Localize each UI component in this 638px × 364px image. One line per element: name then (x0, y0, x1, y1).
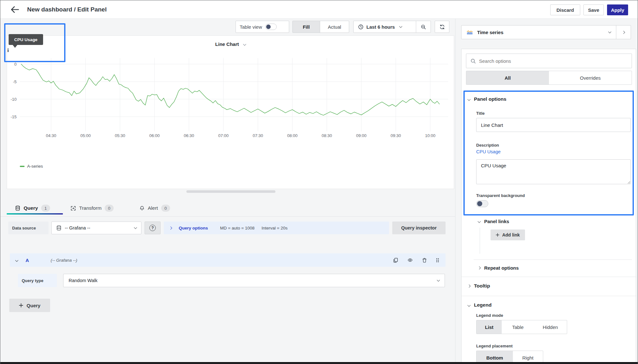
svg-text:10:00: 10:00 (425, 133, 436, 138)
svg-text:04:30: 04:30 (46, 133, 56, 138)
search-options-input[interactable] (479, 58, 627, 64)
repeat-options-heading[interactable]: Repeat options (478, 265, 519, 271)
svg-text:-5: -5 (13, 79, 17, 84)
query-options-label: Query options (179, 226, 208, 230)
max-data-points-text: MD = auto = 1008 (220, 226, 255, 230)
panel-links-heading[interactable]: Panel links (478, 219, 509, 224)
discard-button[interactable]: Discard (550, 4, 580, 15)
legend-mode-list[interactable]: List (477, 320, 502, 334)
transform-count-badge: 0 (105, 205, 114, 212)
svg-text:05:00: 05:00 (80, 133, 91, 138)
chevron-down-icon (399, 25, 402, 28)
chevron-down-icon (468, 303, 471, 307)
svg-text:06:00: 06:00 (149, 133, 160, 138)
tooltip-section-heading[interactable]: Tooltip (468, 283, 490, 289)
panel-title-chevron-icon (243, 43, 246, 46)
chevron-right-icon (622, 31, 625, 34)
section-divider (474, 259, 632, 260)
chevron-down-icon (608, 30, 612, 33)
svg-text:07:30: 07:30 (253, 133, 263, 138)
query-type-value: Random Walk (69, 278, 437, 283)
legend-mode-table[interactable]: Table (502, 320, 534, 334)
legend-section-heading[interactable]: Legend (468, 302, 492, 308)
chevron-right-icon (169, 226, 172, 229)
query-letter: A (26, 258, 29, 263)
series-label: A-series (27, 164, 43, 169)
chevron-down-icon (437, 279, 440, 282)
chevron-right-icon (468, 284, 471, 288)
svg-text:08:00: 08:00 (287, 133, 298, 138)
svg-text:06:30: 06:30 (184, 133, 194, 138)
options-pane: Time series All Overrides Panel op (455, 19, 638, 364)
chart-panel: Line Chart 0-5-10-1504:3005:0005:3006:00… (7, 35, 454, 189)
chevron-right-icon (478, 266, 481, 270)
options-scroll-container: All Overrides Panel options Title Descri… (461, 49, 636, 364)
hide-query-eye-icon[interactable] (407, 258, 413, 263)
svg-text:08:30: 08:30 (322, 133, 332, 138)
apply-button[interactable]: Apply (607, 4, 628, 15)
highlight-box-panel-options (463, 91, 634, 215)
visualization-value: Time series (477, 30, 604, 35)
table-view-box: Table view (236, 21, 289, 33)
drag-handle-icon[interactable] (435, 258, 440, 263)
tab-transform[interactable]: Transform 0 (71, 203, 114, 213)
query-type-label: Query type (18, 274, 57, 287)
database-icon (56, 225, 62, 231)
search-icon (470, 58, 476, 64)
fill-actual-segment: Fill Actual (292, 21, 349, 33)
time-range-group: Last 6 hours (353, 21, 431, 33)
legend-placement-label: Legend placement (476, 344, 513, 348)
table-view-toggle[interactable] (265, 24, 277, 30)
fill-option[interactable]: Fill (293, 21, 320, 33)
datasource-picker[interactable]: -- Grafana -- (51, 222, 141, 234)
query-tab-bar: Query 1 Transform 0 Alert 0 (0, 203, 455, 213)
delete-query-trash-icon[interactable] (422, 258, 427, 263)
table-view-label: Table view (240, 24, 262, 30)
datasource-label: Data source (8, 222, 49, 234)
query-type-select[interactable]: Random Walk (63, 274, 445, 287)
legend-mode-label: Legend mode (476, 313, 503, 318)
svg-text:-10: -10 (11, 97, 17, 102)
datasource-value: -- Grafana -- (65, 225, 131, 230)
add-query-button[interactable]: Query (9, 299, 50, 312)
panel-links-indent-line (480, 228, 480, 254)
svg-text:09:30: 09:30 (391, 133, 401, 138)
refresh-button[interactable] (435, 21, 449, 33)
bottom-edge-bar (0, 362, 638, 364)
query-datasource-hint: (-- Grafana --) (51, 258, 393, 263)
transform-icon (71, 206, 76, 211)
actual-option[interactable]: Actual (320, 21, 349, 33)
visualization-picker[interactable]: Time series (461, 25, 631, 39)
datasource-help-button[interactable]: ? (145, 222, 161, 234)
timeseries-chart[interactable]: 0-5-10-1504:3005:0005:3006:0006:3007:000… (7, 54, 454, 149)
panel-title[interactable]: Line Chart (7, 41, 454, 47)
query-row-header[interactable]: A (-- Grafana --) (10, 253, 446, 267)
add-link-button[interactable]: Add link (491, 229, 525, 240)
query-options-bar[interactable]: Query options MD = auto = 1008 Interval … (164, 222, 389, 234)
time-range-picker[interactable]: Last 6 hours (354, 21, 416, 33)
plus-icon (19, 303, 23, 308)
highlight-box-tooltip (4, 23, 65, 62)
search-options-box[interactable] (466, 54, 632, 68)
tab-all[interactable]: All (466, 71, 549, 84)
tab-alert[interactable]: Alert 0 (139, 203, 170, 213)
top-header: New dashboard / Edit Panel Discard Save … (0, 0, 638, 19)
svg-text:09:00: 09:00 (356, 133, 367, 138)
clock-icon (358, 24, 364, 30)
chart-legend[interactable]: A-series (20, 164, 43, 169)
section-divider (462, 277, 636, 277)
legend-mode-hidden[interactable]: Hidden (534, 320, 567, 334)
back-arrow-icon[interactable] (11, 5, 19, 14)
tab-overrides[interactable]: Overrides (549, 71, 632, 84)
expand-viz-picker-button[interactable] (616, 25, 631, 39)
svg-text:0: 0 (14, 62, 17, 67)
series-swatch (20, 166, 25, 167)
duplicate-query-icon[interactable] (393, 258, 398, 263)
save-button[interactable]: Save (583, 4, 604, 15)
help-circle-icon: ? (149, 225, 156, 231)
refresh-icon (439, 24, 445, 30)
query-inspector-button[interactable]: Query inspector (392, 222, 446, 234)
zoom-out-button[interactable] (416, 21, 431, 33)
tab-query[interactable]: Query 1 (15, 203, 50, 213)
panel-resize-handle[interactable] (186, 190, 275, 193)
